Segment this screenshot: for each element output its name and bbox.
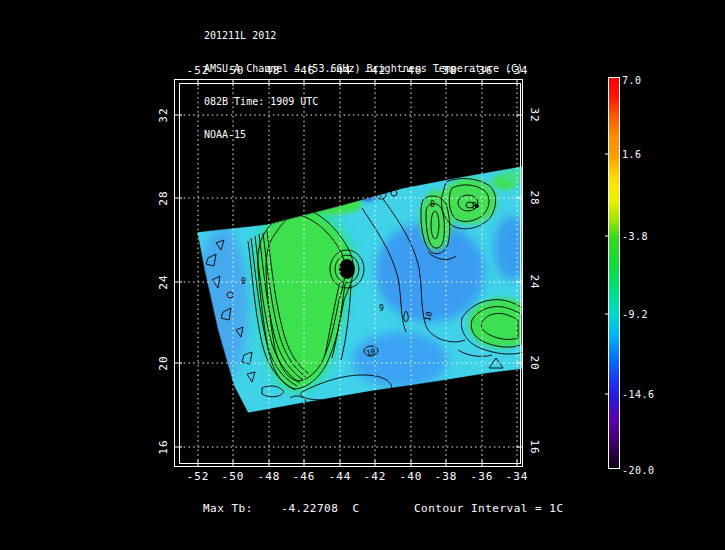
map-figure: 0 8 9 10 10 0	[0, 0, 725, 550]
cool-region-blob	[352, 332, 448, 388]
x-tick-top: -52	[187, 64, 210, 77]
y-tick-right: 20	[528, 355, 541, 370]
x-tick-bottom: -34	[506, 470, 529, 483]
warm-region-corner	[502, 169, 530, 183]
x-tick-top: -48	[258, 64, 281, 77]
x-tick-bottom: -48	[258, 470, 281, 483]
x-tick-top: -38	[435, 64, 458, 77]
x-tick-top: -34	[506, 64, 529, 77]
x-tick-bottom: -42	[364, 470, 387, 483]
cool-region-blob	[196, 227, 248, 383]
warm-region-right	[468, 298, 536, 348]
colorbar-tick-label: 7.0	[622, 75, 642, 86]
y-tick-right: 32	[528, 107, 541, 122]
x-tick-bottom: -36	[471, 470, 494, 483]
y-tick-left: 24	[157, 274, 170, 289]
x-tick-bottom: -40	[400, 470, 423, 483]
x-tick-top: -46	[293, 64, 316, 77]
contour-label: 0	[241, 277, 246, 286]
cool-region-blob	[494, 216, 530, 280]
x-tick-top: -40	[400, 64, 423, 77]
map-swath	[196, 166, 536, 413]
colorbar-tick-label: -20.0	[622, 465, 655, 476]
colorbar-tick-label: -14.6	[622, 389, 655, 400]
colorbar-gradient	[609, 78, 620, 469]
colorbar-tick-label: -3.8	[622, 231, 648, 242]
x-tick-top: -36	[471, 64, 494, 77]
colorbar	[605, 78, 620, 469]
y-tick-right: 16	[528, 439, 541, 454]
x-tick-bottom: -46	[293, 470, 316, 483]
contour-interval-text: Contour Interval = 1C	[414, 502, 564, 515]
plot-canvas: 201211L 2012 AMSU-A Channel 4 (53.6GHz) …	[0, 0, 725, 550]
x-tick-top: -44	[329, 64, 352, 77]
x-tick-top: -42	[364, 64, 387, 77]
x-tick-bottom: -50	[222, 470, 245, 483]
max-tb-text: Max Tb: -4.22708 C	[203, 502, 360, 515]
x-tick-bottom: -44	[329, 470, 352, 483]
y-tick-right: 24	[528, 274, 541, 289]
y-tick-left: 16	[157, 439, 170, 454]
cool-region-blob	[360, 191, 376, 201]
contour-label: 0	[430, 200, 435, 209]
y-tick-right: 28	[528, 190, 541, 205]
contour-label: 8	[472, 202, 477, 211]
warm-region-tongue	[298, 193, 362, 215]
colorbar-tick-label: 1.6	[622, 149, 642, 160]
x-tick-bottom: -52	[187, 470, 210, 483]
y-tick-left: 20	[157, 355, 170, 370]
x-tick-top: -50	[222, 64, 245, 77]
x-tick-bottom: -38	[435, 470, 458, 483]
contour-label: 9	[379, 304, 384, 313]
colorbar-tick-label: -9.2	[622, 309, 648, 320]
y-tick-left: 28	[157, 190, 170, 205]
y-tick-left: 32	[157, 107, 170, 122]
